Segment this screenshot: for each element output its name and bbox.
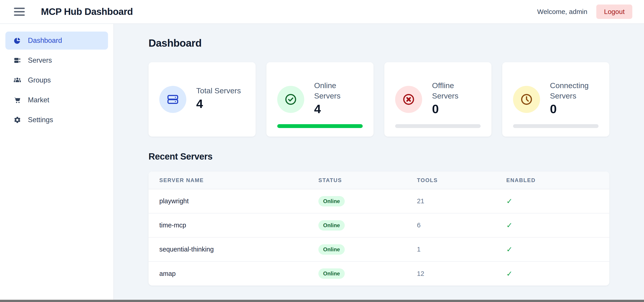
tools-count-cell: 21 bbox=[417, 197, 424, 205]
stat-value: 0 bbox=[550, 102, 598, 115]
column-header-enabled: ENABLED bbox=[506, 172, 609, 189]
tools-count-cell: 12 bbox=[417, 270, 424, 277]
main-area: Dashboard Total Servers 4 bbox=[114, 24, 644, 300]
table-row: sequential-thinking Online 1 ✓ bbox=[148, 237, 609, 261]
enabled-check-icon: ✓ bbox=[506, 221, 512, 229]
stat-value: 0 bbox=[432, 102, 481, 115]
enabled-check-icon: ✓ bbox=[506, 245, 512, 253]
column-header-tools: TOOLS bbox=[417, 172, 506, 189]
table-row: playwright Online 21 ✓ bbox=[148, 189, 609, 213]
status-badge: Online bbox=[318, 268, 345, 279]
sidebar-item-market[interactable]: Market bbox=[6, 91, 108, 109]
clock-icon bbox=[513, 86, 540, 113]
enabled-check-icon: ✓ bbox=[506, 197, 512, 205]
stat-label: Offline Servers bbox=[432, 80, 481, 101]
server-icon bbox=[159, 86, 186, 113]
sidebar-item-label: Settings bbox=[28, 116, 53, 124]
progress-fill bbox=[277, 124, 363, 128]
stat-label: Total Servers bbox=[196, 85, 241, 96]
people-icon bbox=[14, 76, 21, 84]
pie-chart-icon bbox=[14, 37, 21, 44]
stat-value: 4 bbox=[196, 97, 241, 110]
status-badge: Online bbox=[318, 196, 345, 206]
enabled-check-icon: ✓ bbox=[506, 269, 512, 278]
table-row: time-mcp Online 6 ✓ bbox=[148, 213, 609, 237]
status-badge: Online bbox=[318, 244, 345, 255]
server-stack-icon bbox=[14, 57, 21, 64]
stat-value: 4 bbox=[314, 102, 363, 115]
hamburger-menu-icon[interactable] bbox=[14, 8, 25, 16]
server-name-cell: amap bbox=[159, 270, 176, 277]
logout-button[interactable]: Logout bbox=[596, 5, 632, 19]
server-name-cell: playwright bbox=[159, 197, 189, 205]
stat-card-grid: Total Servers 4 Online Servers 4 bbox=[148, 62, 609, 136]
stat-card-total-servers: Total Servers 4 bbox=[148, 62, 256, 136]
tools-count-cell: 6 bbox=[417, 222, 420, 229]
sidebar: Dashboard Servers bbox=[0, 24, 114, 300]
sidebar-item-label: Servers bbox=[28, 56, 52, 64]
sidebar-item-label: Dashboard bbox=[28, 37, 62, 45]
window-bottom-edge bbox=[0, 300, 644, 302]
table-header-row: SERVER NAME STATUS TOOLS ENABLED bbox=[148, 172, 609, 189]
progress-track bbox=[513, 124, 598, 128]
sidebar-item-servers[interactable]: Servers bbox=[6, 51, 108, 69]
cart-icon bbox=[14, 96, 21, 104]
stat-label: Connecting Servers bbox=[550, 80, 598, 101]
sidebar-item-groups[interactable]: Groups bbox=[6, 71, 108, 89]
app-header: MCP Hub Dashboard Welcome, admin Logout bbox=[0, 0, 644, 24]
stat-card-connecting-servers: Connecting Servers 0 bbox=[502, 62, 609, 136]
recent-servers-table: SERVER NAME STATUS TOOLS ENABLED playwri… bbox=[148, 172, 609, 285]
progress-track bbox=[277, 124, 363, 128]
gear-icon bbox=[14, 116, 21, 124]
stat-card-online-servers: Online Servers 4 bbox=[266, 62, 374, 136]
sidebar-item-label: Market bbox=[28, 96, 49, 104]
recent-servers-table-card: SERVER NAME STATUS TOOLS ENABLED playwri… bbox=[148, 172, 609, 285]
recent-servers-tbody: playwright Online 21 ✓ time-mcp Online 6… bbox=[148, 189, 609, 285]
welcome-text: Welcome, admin bbox=[537, 8, 587, 16]
progress-track bbox=[395, 124, 481, 128]
table-row: amap Online 12 ✓ bbox=[148, 261, 609, 285]
recent-servers-title: Recent Servers bbox=[148, 152, 609, 162]
column-header-server-name: SERVER NAME bbox=[148, 172, 318, 189]
status-badge: Online bbox=[318, 220, 345, 231]
sidebar-item-dashboard[interactable]: Dashboard bbox=[6, 32, 108, 50]
check-circle-icon bbox=[277, 86, 304, 113]
app-title: MCP Hub Dashboard bbox=[41, 6, 133, 17]
page-title: Dashboard bbox=[148, 37, 609, 49]
header-right: Welcome, admin Logout bbox=[537, 5, 632, 19]
stat-card-offline-servers: Offline Servers 0 bbox=[384, 62, 492, 136]
column-header-status: STATUS bbox=[318, 172, 417, 189]
x-circle-icon bbox=[395, 86, 422, 113]
tools-count-cell: 1 bbox=[417, 246, 420, 253]
sidebar-item-label: Groups bbox=[28, 76, 51, 84]
sidebar-item-settings[interactable]: Settings bbox=[6, 111, 108, 129]
stat-label: Online Servers bbox=[314, 80, 363, 101]
server-name-cell: sequential-thinking bbox=[159, 246, 214, 253]
server-name-cell: time-mcp bbox=[159, 222, 186, 229]
